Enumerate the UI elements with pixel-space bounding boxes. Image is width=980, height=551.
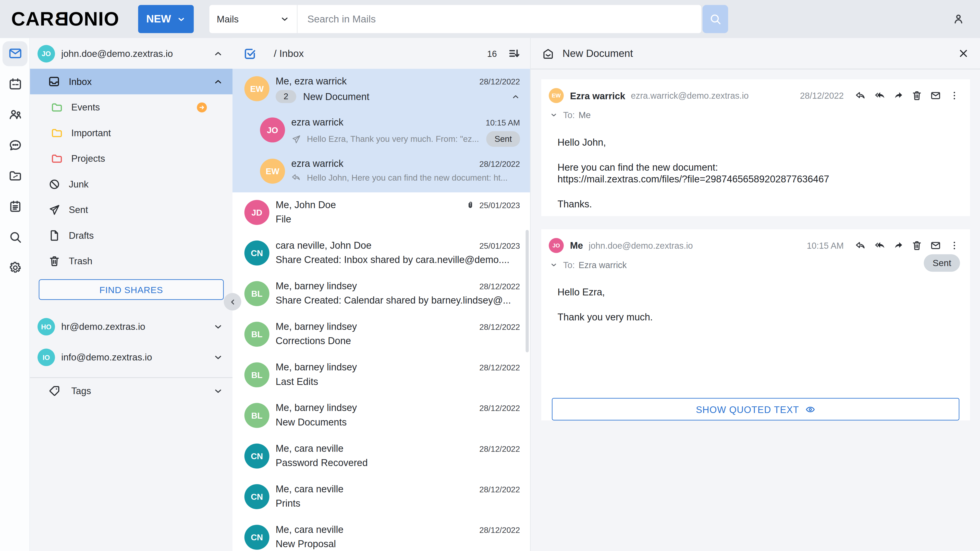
sidebar-item-important[interactable]: Important [30, 120, 232, 145]
item-date: 28/12/2022 [479, 484, 520, 494]
forward-icon[interactable] [892, 90, 904, 101]
item-from: Me, cara neville [275, 484, 474, 495]
slash-circle-icon [48, 178, 61, 190]
close-icon[interactable] [958, 48, 969, 59]
new-button[interactable]: NEW [138, 5, 194, 33]
item-date: 28/12/2022 [479, 403, 520, 413]
sidebar-item-sent[interactable]: Sent [30, 197, 232, 222]
list-item[interactable]: CN cara neville, John Doe25/01/2023 Shar… [232, 233, 530, 273]
rail-item-contacts[interactable] [0, 99, 30, 130]
kebab-menu-icon[interactable] [949, 90, 960, 101]
list-item[interactable]: CN Me, cara neville28/12/2022 New Propos… [232, 517, 530, 551]
item-from: Me, cara neville [275, 524, 474, 535]
sidebar-item-label: Events [71, 102, 197, 113]
shared-folder-icon [8, 168, 22, 183]
rail-item-chats[interactable] [0, 130, 30, 160]
item-date: 28/12/2022 [479, 281, 520, 291]
body-line: Hello John, [557, 137, 954, 148]
to-label: To: [563, 260, 575, 270]
folder-icon [51, 127, 63, 139]
folder-icon [51, 101, 63, 114]
chevron-down-icon[interactable] [550, 261, 557, 268]
item-subject: Share Created: Calendar shared by barney… [275, 295, 520, 306]
mail-icon [8, 46, 22, 60]
trash-icon[interactable] [912, 240, 923, 251]
find-shares-button[interactable]: FIND SHARES [39, 279, 224, 300]
reading-body: EW Ezra warrick ezra.warrick@demo.zextra… [531, 69, 980, 433]
list-item[interactable]: BL Me, barney lindsey28/12/2022 Share Cr… [232, 274, 530, 314]
kebab-menu-icon[interactable] [949, 240, 960, 251]
conversation-row[interactable]: EW Me, ezra warrick28/12/2022 2 New Docu… [232, 68, 530, 110]
carbonio-app: CARBONIO NEW Mails [0, 0, 980, 551]
calendar-icon [8, 77, 22, 91]
search-icon [709, 13, 722, 25]
conversation-date: 28/12/2022 [479, 76, 520, 86]
chevron-down-icon[interactable] [213, 352, 223, 362]
body-line: Hello Ezra, [557, 286, 954, 298]
show-quoted-text-button[interactable]: SHOW QUOTED TEXT [552, 398, 959, 421]
forward-icon[interactable] [892, 240, 904, 251]
message-card: EW Ezra warrick ezra.warrick@demo.zextra… [541, 79, 970, 216]
trash-icon[interactable] [912, 90, 923, 101]
sidebar-account-hr[interactable]: HO hr@demo.zextras.io [30, 311, 232, 342]
collapse-conversation-icon[interactable] [511, 92, 520, 101]
reply-icon[interactable] [855, 90, 866, 101]
message-date: 10:15 AM [807, 240, 844, 250]
rail-item-tasks[interactable] [0, 191, 30, 222]
sidebar-item-tags[interactable]: Tags [30, 378, 232, 403]
sidebar-item-junk[interactable]: Junk [30, 171, 232, 197]
conversation-message-row[interactable]: EW ezra warrick28/12/2022 Hello John, He… [232, 151, 530, 192]
reply-icon[interactable] [855, 240, 866, 251]
select-all-checkbox-icon[interactable] [243, 46, 257, 60]
item-from: Me, John Doe [275, 199, 466, 210]
chevron-up-icon[interactable] [213, 48, 223, 59]
list-item[interactable]: CN Me, cara neville28/12/2022 Prints [232, 477, 530, 517]
rail-item-files[interactable] [0, 160, 30, 191]
mail-rows: EW Me, ezra warrick28/12/2022 2 New Docu… [232, 68, 530, 551]
chevron-down-icon[interactable] [550, 111, 557, 119]
item-date: 28/12/2022 [479, 444, 520, 453]
sidebar-item-events[interactable]: Events [30, 94, 232, 120]
search-scope-select[interactable]: Mails [209, 5, 298, 33]
conversation-message-row[interactable]: JO ezra warrick10:15 AM Hello Ezra, Than… [232, 110, 530, 151]
list-item[interactable]: BL Me, barney lindsey28/12/2022 Correcti… [232, 314, 530, 355]
chevron-down-icon[interactable] [213, 386, 223, 395]
sort-icon[interactable] [508, 47, 520, 60]
mark-unread-icon[interactable] [930, 90, 941, 101]
list-item[interactable]: BL Me, barney lindsey28/12/2022 Last Edi… [232, 355, 530, 395]
sidebar-item-trash[interactable]: Trash [30, 248, 232, 273]
chevron-up-icon[interactable] [213, 76, 223, 86]
rail-item-search[interactable] [0, 222, 30, 252]
sender-email: john.doe@demo.zextras.io [589, 240, 807, 250]
mark-unread-icon[interactable] [930, 240, 941, 251]
list-item[interactable]: JD Me, John Doe 25/01/2023 File [232, 192, 530, 233]
search-button[interactable] [702, 5, 728, 33]
search-input[interactable] [298, 5, 701, 33]
list-item[interactable]: CN Me, cara neville28/12/2022 Password R… [232, 436, 530, 476]
tag-icon [48, 384, 61, 397]
rail-item-mails[interactable] [0, 38, 30, 68]
chevron-down-icon[interactable] [213, 321, 223, 331]
reply-all-icon[interactable] [874, 240, 885, 251]
avatar: JO [38, 44, 55, 62]
body-link[interactable]: https://mail.zextras.com/files/?file=298… [557, 173, 829, 184]
conversation-from: Me, ezra warrick [275, 76, 474, 87]
account-menu-button[interactable] [952, 13, 965, 25]
sidebar-item-label: Important [71, 127, 223, 138]
reply-all-icon[interactable] [874, 90, 885, 101]
item-subject: New Proposal [275, 538, 520, 550]
list-item[interactable]: BL Me, barney lindsey28/12/2022 New Docu… [232, 395, 530, 436]
sidebar-item-inbox[interactable]: Inbox [30, 68, 232, 94]
body-line: Here you can find the new document: [557, 162, 718, 172]
list-scrollbar[interactable] [526, 230, 529, 352]
sidebar-account-primary[interactable]: JO john.doe@demo.zextras.io [30, 38, 232, 68]
sidebar-item-drafts[interactable]: Drafts [30, 222, 232, 248]
rail-item-settings[interactable] [0, 252, 30, 283]
sidebar-collapse-handle[interactable] [224, 293, 242, 311]
inbox-icon [48, 75, 60, 88]
sidebar-item-projects[interactable]: Projects [30, 146, 232, 171]
open-mail-icon [542, 47, 554, 60]
rail-item-calendar[interactable] [0, 68, 30, 99]
item-from: Me, cara neville [275, 443, 474, 454]
sidebar-account-info[interactable]: IO info@demo.zextras.io [30, 342, 232, 372]
